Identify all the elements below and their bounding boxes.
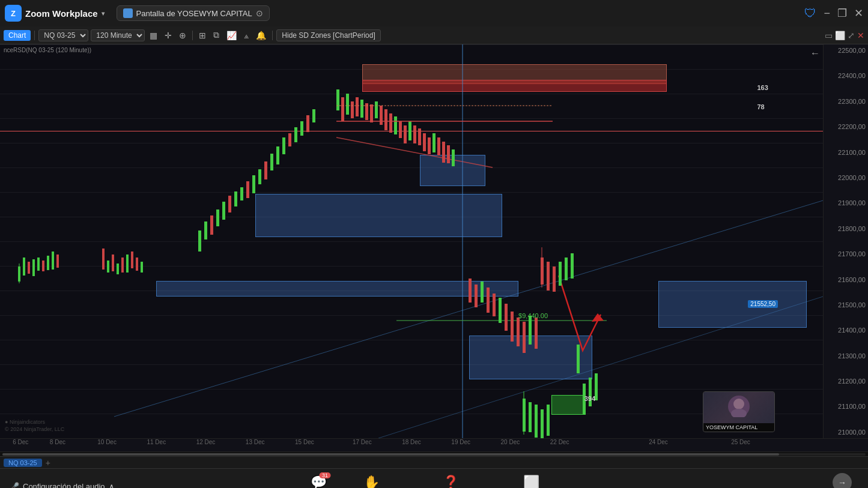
svg-rect-85: [547, 262, 550, 291]
svg-rect-25: [141, 262, 143, 273]
strategy-icon[interactable]: ⟁: [241, 29, 251, 41]
subtitles-action[interactable]: ⬜ Mostrar subtítulos: [505, 475, 557, 489]
minimize-button[interactable]: −: [824, 7, 830, 20]
svg-rect-29: [216, 209, 219, 226]
ticker-tab-nq[interactable]: NQ 03-25: [4, 459, 42, 467]
timeframe-select[interactable]: 120 Minute: [91, 29, 145, 41]
svg-rect-48: [346, 94, 349, 115]
topbar: Z Zoom Workplace ▾ Pantalla de YOSEWYM C…: [0, 0, 868, 26]
chart-restore-icon[interactable]: ⬜: [835, 31, 845, 40]
chart-maximize-icon[interactable]: ⤢: [848, 31, 855, 40]
chart-close-icon[interactable]: ✕: [857, 31, 864, 40]
svg-rect-34: [246, 181, 249, 198]
svg-rect-86: [553, 267, 556, 292]
svg-rect-99: [547, 405, 550, 436]
svg-rect-20: [117, 264, 119, 274]
price-label-7: 21800,00: [826, 225, 866, 232]
svg-rect-57: [389, 113, 392, 133]
indicator-icon[interactable]: 📈: [224, 29, 239, 41]
qa-action[interactable]: ❓ Preguntas y respuestas: [416, 475, 486, 489]
svg-rect-30: [222, 202, 225, 220]
alert-icon[interactable]: 🔔: [253, 29, 269, 41]
svg-rect-46: [336, 89, 339, 110]
svg-rect-24: [136, 258, 138, 271]
layers-icon[interactable]: ⧉: [211, 29, 222, 41]
audio-config[interactable]: 🎤 Configuración del audio ∧: [10, 482, 115, 488]
add-tab-button[interactable]: +: [46, 458, 50, 468]
watermark-line2: © 2024 NinjaTrader, LLC: [5, 426, 64, 433]
restore-button[interactable]: ❐: [837, 7, 847, 20]
svg-rect-54: [375, 101, 378, 118]
price-tag: 21552,50: [748, 300, 778, 308]
video-participant-name: YOSEWYM CAPITAL: [703, 423, 774, 432]
price-label-10: 21500,00: [826, 301, 866, 309]
svg-rect-97: [535, 405, 538, 438]
chart-minimize-icon[interactable]: ▭: [825, 31, 833, 40]
chat-action[interactable]: 💬 31 Chat: [311, 475, 327, 489]
chart-area[interactable]: nceRSD(NQ 03-25 (120 Minute)) ← 22500,00…: [0, 44, 868, 438]
raise-hand-action[interactable]: ✋ Levantar la mano: [346, 475, 397, 489]
price-label-3: 22200,00: [826, 123, 866, 130]
svg-rect-70: [452, 149, 455, 166]
price-label-5: 22000,00: [826, 174, 866, 181]
shield-icon: 🛡: [804, 7, 816, 20]
svg-rect-69: [447, 145, 450, 163]
zoom-icon: Z: [5, 5, 22, 22]
scrollbar-thumb[interactable]: [2, 453, 779, 456]
screen-options-icon[interactable]: ⊙: [256, 8, 263, 18]
svg-rect-10: [28, 262, 30, 274]
svg-rect-62: [413, 125, 416, 143]
svg-rect-23: [131, 252, 133, 268]
topbar-right: 🛡 − ❐ ✕: [804, 7, 863, 20]
date-10dec: 10 Dec: [97, 439, 117, 445]
svg-rect-80: [523, 322, 526, 353]
toolbar-separator-3: [272, 31, 273, 40]
candle-group-top: [336, 89, 455, 166]
audio-icon: 🎤: [10, 482, 19, 488]
sd-zones-button[interactable]: Hide SD Zones [ChartPeriod]: [276, 29, 380, 41]
svg-rect-16: [56, 255, 59, 268]
scrollbar-container[interactable]: [0, 451, 868, 456]
screen-label: Pantalla de YOSEWYM CAPITAL: [136, 9, 252, 18]
zoom-logo: Z Zoom Workplace ▾: [5, 5, 105, 22]
date-11dec: 11 Dec: [147, 439, 166, 445]
bottom-actions: 💬 31 Chat ✋ Levantar la mano ❓ Preguntas…: [311, 475, 557, 489]
magnifier-icon[interactable]: ⊕: [177, 29, 189, 41]
close-button[interactable]: ✕: [854, 7, 863, 20]
svg-rect-60: [404, 125, 407, 143]
svg-rect-67: [437, 137, 440, 155]
price-label-11: 21400,00: [826, 327, 866, 334]
svg-rect-81: [529, 316, 532, 345]
svg-rect-43: [300, 121, 303, 136]
label-163: 163: [757, 84, 768, 91]
svg-rect-13: [42, 261, 44, 271]
abandon-button[interactable]: → Abandonar: [826, 473, 858, 489]
audio-arrow-icon[interactable]: ∧: [109, 482, 115, 488]
chat-badge: 31: [320, 472, 330, 478]
svg-rect-38: [270, 154, 273, 170]
ticker-select[interactable]: NQ 03-25: [38, 29, 88, 41]
video-thumbnail: YOSEWYM CAPITAL: [703, 391, 775, 432]
price-label-12: 21300,00: [826, 352, 866, 360]
svg-rect-22: [126, 255, 129, 273]
grid-icon[interactable]: ⊞: [196, 29, 208, 41]
svg-rect-37: [264, 161, 267, 179]
label-78: 78: [757, 103, 764, 110]
svg-rect-15: [52, 252, 54, 270]
app-dropdown-arrow[interactable]: ▾: [102, 10, 105, 17]
bottom-bar: 🎤 Configuración del audio ∧ 💬 31 Chat ✋ …: [0, 468, 868, 488]
svg-rect-27: [204, 221, 207, 239]
price-label-13: 21200,00: [826, 378, 866, 385]
qa-icon: ❓: [443, 475, 459, 489]
svg-rect-39: [276, 146, 279, 164]
svg-rect-64: [423, 133, 426, 151]
tab-chart[interactable]: Chart: [4, 30, 31, 41]
screen-share-tab[interactable]: Pantalla de YOSEWYM CAPITAL ⊙: [117, 5, 270, 21]
chart-window-controls: ▭ ⬜ ⤢ ✕: [825, 31, 864, 40]
date-20dec: 20 Dec: [501, 439, 520, 445]
svg-rect-66: [432, 133, 436, 152]
date-18dec: 18 Dec: [402, 439, 421, 445]
crosshair-icon[interactable]: ✛: [162, 29, 174, 41]
x-axis: 6 Dec 8 Dec 10 Dec 11 Dec 12 Dec 13 Dec …: [0, 438, 868, 451]
bar-chart-icon[interactable]: ▦: [147, 29, 160, 41]
